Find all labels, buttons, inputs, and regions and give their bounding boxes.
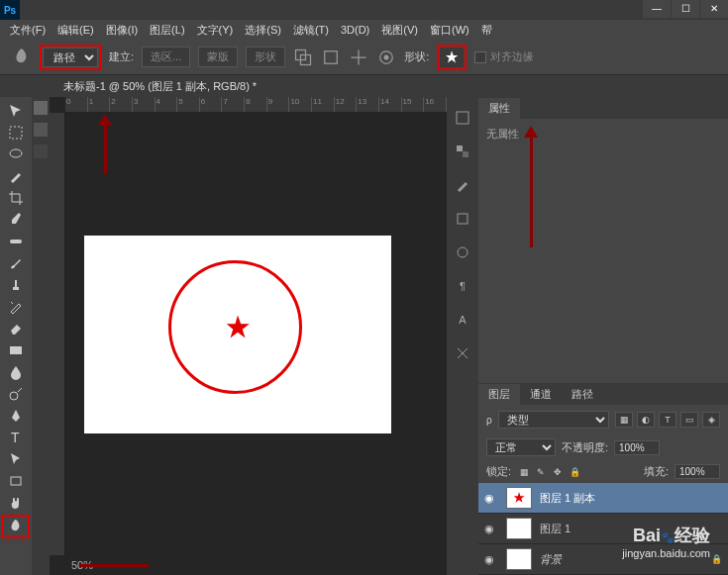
- dodge-tool[interactable]: [4, 384, 28, 404]
- gear-icon[interactable]: [376, 48, 396, 67]
- svg-point-9: [10, 392, 18, 400]
- character-icon[interactable]: A: [451, 309, 474, 331]
- swatch[interactable]: [34, 144, 48, 158]
- svg-point-16: [458, 247, 468, 257]
- opacity-input[interactable]: [614, 440, 660, 455]
- lock-all-icon[interactable]: 🔒: [568, 465, 581, 479]
- gradient-tool[interactable]: [4, 340, 28, 360]
- visibility-icon[interactable]: ◉: [484, 553, 498, 566]
- svg-rect-15: [458, 214, 468, 224]
- menu-3d[interactable]: 3D(D): [335, 24, 375, 36]
- document-tab[interactable]: 未标题-1 @ 50% (图层 1 副本, RGB/8) *: [53, 76, 266, 97]
- filter-pixel-icon[interactable]: ▦: [615, 412, 633, 428]
- path-arrange-icon[interactable]: [349, 48, 368, 67]
- menu-type[interactable]: 文字(Y): [191, 23, 240, 38]
- eraser-tool[interactable]: [4, 319, 28, 338]
- menu-edit[interactable]: 编辑(E): [52, 23, 100, 38]
- menu-image[interactable]: 图像(I): [100, 23, 144, 38]
- paths-tab[interactable]: 路径: [562, 384, 603, 405]
- align-edges-checkbox[interactable]: 对齐边缘: [474, 49, 534, 64]
- maximize-button[interactable]: ☐: [672, 0, 699, 18]
- svg-rect-13: [457, 145, 463, 151]
- paragraph-icon[interactable]: ¶: [451, 275, 474, 297]
- path-select-tool[interactable]: [4, 449, 28, 469]
- properties-tab[interactable]: 属性: [478, 98, 520, 119]
- path-align-icon[interactable]: [321, 48, 341, 67]
- layer-name: 图层 1 副本: [540, 491, 595, 506]
- lasso-tool[interactable]: [4, 144, 28, 164]
- swatch[interactable]: [34, 101, 48, 115]
- menu-view[interactable]: 视图(V): [375, 23, 424, 38]
- menubar: 文件(F) 编辑(E) 图像(I) 图层(L) 文字(Y) 选择(S) 滤镜(T…: [0, 20, 728, 40]
- menu-filter[interactable]: 滤镜(T): [287, 23, 335, 38]
- actions-icon[interactable]: [451, 208, 474, 230]
- opacity-label: 不透明度:: [562, 440, 608, 455]
- mini-swatches: [32, 97, 50, 575]
- path-merge-icon[interactable]: [293, 48, 313, 67]
- mask-button[interactable]: 蒙版: [198, 47, 238, 67]
- blur-tool[interactable]: [4, 362, 28, 382]
- lock-transparent-icon[interactable]: ▦: [517, 465, 531, 479]
- annotation-arrow: [79, 564, 149, 567]
- swatch[interactable]: [34, 123, 48, 137]
- brush-tool[interactable]: [4, 253, 28, 273]
- layer-kind-select[interactable]: 类型: [498, 411, 609, 429]
- minimize-button[interactable]: —: [643, 0, 671, 18]
- svg-rect-5: [10, 127, 22, 139]
- close-button[interactable]: ✕: [700, 0, 728, 18]
- pen-tool[interactable]: [4, 406, 28, 426]
- layers-tab[interactable]: 图层: [478, 384, 520, 405]
- eyedropper-tool[interactable]: [4, 210, 28, 230]
- lock-icon: 🔒: [711, 554, 722, 564]
- rectangle-tool[interactable]: [4, 471, 28, 491]
- type-tool[interactable]: T: [4, 428, 28, 447]
- lock-image-icon[interactable]: ✎: [534, 465, 548, 479]
- marquee-tool[interactable]: [4, 123, 28, 143]
- channels-tab[interactable]: 通道: [520, 384, 562, 405]
- hand-tool[interactable]: [4, 493, 28, 513]
- custom-shape-tool[interactable]: [2, 515, 30, 538]
- selection-button[interactable]: 选区...: [142, 47, 190, 67]
- filter-shape-icon[interactable]: ▭: [680, 412, 698, 428]
- layer-thumb: [506, 548, 532, 570]
- wand-tool[interactable]: [4, 166, 28, 186]
- color-icon[interactable]: [451, 141, 474, 162]
- move-tool[interactable]: [4, 101, 28, 121]
- shape-picker[interactable]: [440, 48, 464, 67]
- layer-thumb: [506, 487, 532, 509]
- canvas[interactable]: [84, 236, 391, 433]
- layer-name: 背景: [540, 552, 562, 567]
- filter-smart-icon[interactable]: ◈: [702, 412, 720, 428]
- tool-mode-select[interactable]: 路径: [43, 48, 98, 67]
- shape-tool-icon: [12, 48, 32, 67]
- blend-mode-select[interactable]: 正常: [486, 438, 556, 456]
- watermark: Bai🐾经验 jingyan.baidu.com: [622, 524, 710, 559]
- menu-window[interactable]: 窗口(W): [424, 23, 475, 38]
- lock-label: 锁定:: [486, 464, 511, 479]
- menu-layer[interactable]: 图层(L): [144, 23, 190, 38]
- ruler-horizontal: 01 23 45 67 89 1011 1213 1415 16: [65, 97, 447, 113]
- filter-type-icon[interactable]: T: [659, 412, 676, 428]
- collapsed-panels: ¶ A: [447, 97, 478, 575]
- history-icon[interactable]: [451, 107, 474, 129]
- heal-tool[interactable]: [4, 232, 28, 251]
- fill-input[interactable]: [675, 464, 720, 479]
- menu-select[interactable]: 选择(S): [239, 23, 287, 38]
- filter-adjust-icon[interactable]: ◐: [637, 412, 655, 428]
- svg-point-6: [10, 149, 22, 157]
- visibility-icon[interactable]: ◉: [484, 492, 498, 505]
- styles-icon[interactable]: [451, 241, 474, 263]
- stamp-tool[interactable]: [4, 275, 28, 295]
- visibility-icon[interactable]: ◉: [484, 523, 498, 535]
- layer-item[interactable]: ◉ 图层 1 副本: [478, 483, 728, 514]
- lock-position-icon[interactable]: ✥: [551, 465, 565, 479]
- brush-preset-icon[interactable]: [451, 174, 474, 196]
- annotation-arrow: [104, 117, 107, 174]
- crop-tool[interactable]: [4, 188, 28, 208]
- history-brush-tool[interactable]: [4, 297, 28, 317]
- menu-help[interactable]: 帮: [475, 23, 498, 38]
- tools-panel: T: [0, 97, 32, 575]
- menu-file[interactable]: 文件(F): [4, 23, 52, 38]
- tools-icon[interactable]: [451, 342, 474, 364]
- shape-button[interactable]: 形状: [246, 47, 285, 67]
